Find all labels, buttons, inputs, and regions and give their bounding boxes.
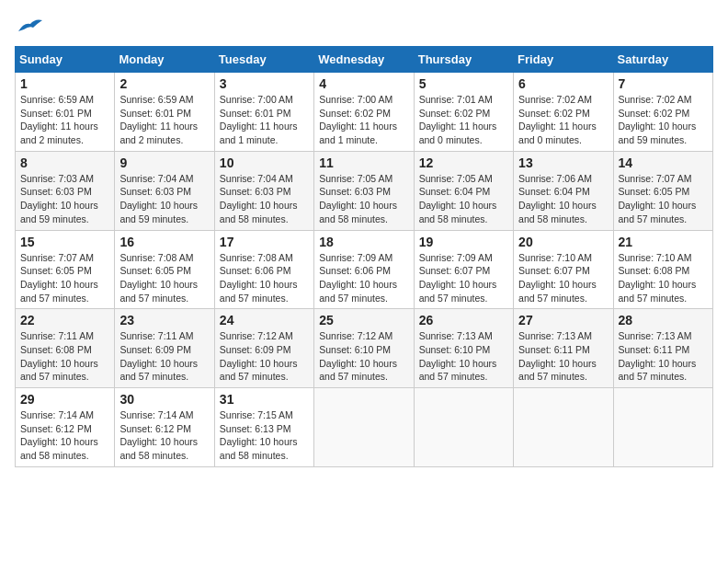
day-number: 25	[319, 313, 408, 327]
calendar-cell: 21 Sunrise: 7:10 AMSunset: 6:08 PMDaylig…	[613, 230, 712, 309]
day-number: 19	[419, 235, 508, 249]
day-number: 12	[419, 155, 508, 170]
day-info: Sunrise: 7:12 AMSunset: 6:09 PMDaylight:…	[220, 330, 298, 382]
day-info: Sunrise: 7:08 AMSunset: 6:05 PMDaylight:…	[119, 252, 198, 304]
calendar-cell: 19 Sunrise: 7:09 AMSunset: 6:07 PMDaylig…	[414, 230, 513, 309]
logo-bird-icon	[17, 15, 44, 37]
day-info: Sunrise: 7:07 AMSunset: 6:05 PMDaylight:…	[619, 173, 697, 224]
day-number: 21	[619, 235, 708, 249]
calendar-cell: 9 Sunrise: 7:04 AMSunset: 6:03 PMDayligh…	[115, 151, 214, 230]
calendar-cell: 31 Sunrise: 7:15 AMSunset: 6:13 PMDaylig…	[214, 388, 313, 467]
day-info: Sunrise: 7:04 AMSunset: 6:03 PMDaylight:…	[220, 173, 298, 224]
col-monday: Monday	[115, 47, 214, 73]
day-number: 2	[119, 76, 209, 91]
day-info: Sunrise: 7:00 AMSunset: 6:02 PMDaylight:…	[319, 94, 397, 145]
calendar-cell: 17 Sunrise: 7:08 AMSunset: 6:06 PMDaylig…	[214, 230, 313, 309]
day-info: Sunrise: 7:08 AMSunset: 6:06 PMDaylight:…	[220, 252, 298, 304]
col-wednesday: Wednesday	[314, 47, 414, 73]
day-number: 26	[419, 313, 508, 327]
logo	[15, 15, 44, 37]
day-info: Sunrise: 7:13 AMSunset: 6:10 PMDaylight:…	[419, 330, 497, 382]
calendar-cell: 12 Sunrise: 7:05 AMSunset: 6:04 PMDaylig…	[414, 151, 513, 230]
day-number: 1	[20, 76, 109, 91]
day-number: 20	[518, 235, 608, 249]
calendar-cell: 26 Sunrise: 7:13 AMSunset: 6:10 PMDaylig…	[414, 309, 513, 388]
calendar-week-row: 15 Sunrise: 7:07 AMSunset: 6:05 PMDaylig…	[16, 230, 713, 309]
day-info: Sunrise: 7:06 AMSunset: 6:04 PMDaylight:…	[518, 173, 597, 224]
day-info: Sunrise: 6:59 AMSunset: 6:01 PMDaylight:…	[119, 94, 198, 145]
col-friday: Friday	[514, 47, 613, 73]
day-number: 16	[119, 235, 209, 249]
calendar-cell: 16 Sunrise: 7:08 AMSunset: 6:05 PMDaylig…	[115, 230, 214, 309]
day-info: Sunrise: 7:14 AMSunset: 6:12 PMDaylight:…	[119, 409, 198, 461]
day-number: 22	[20, 313, 109, 327]
day-info: Sunrise: 7:10 AMSunset: 6:08 PMDaylight:…	[619, 252, 697, 304]
day-number: 4	[319, 76, 408, 91]
calendar-cell: 25 Sunrise: 7:12 AMSunset: 6:10 PMDaylig…	[314, 309, 414, 388]
day-number: 5	[419, 76, 508, 91]
day-info: Sunrise: 6:59 AMSunset: 6:01 PMDaylight:…	[20, 94, 98, 145]
day-info: Sunrise: 7:11 AMSunset: 6:08 PMDaylight:…	[20, 330, 98, 382]
day-info: Sunrise: 7:15 AMSunset: 6:13 PMDaylight:…	[220, 409, 298, 461]
calendar-cell: 28 Sunrise: 7:13 AMSunset: 6:11 PMDaylig…	[613, 309, 712, 388]
day-number: 23	[119, 313, 209, 327]
day-number: 3	[220, 76, 309, 91]
day-number: 28	[619, 313, 708, 327]
calendar-cell: 22 Sunrise: 7:11 AMSunset: 6:08 PMDaylig…	[16, 309, 115, 388]
day-info: Sunrise: 7:07 AMSunset: 6:05 PMDaylight:…	[20, 252, 98, 304]
calendar-cell: 29 Sunrise: 7:14 AMSunset: 6:12 PMDaylig…	[16, 388, 115, 467]
day-info: Sunrise: 7:05 AMSunset: 6:03 PMDaylight:…	[319, 173, 397, 224]
day-number: 31	[220, 392, 309, 407]
day-number: 13	[518, 155, 608, 170]
day-number: 18	[319, 235, 408, 249]
day-info: Sunrise: 7:12 AMSunset: 6:10 PMDaylight:…	[319, 330, 397, 382]
calendar-week-row: 8 Sunrise: 7:03 AMSunset: 6:03 PMDayligh…	[16, 151, 713, 230]
calendar-cell: 1 Sunrise: 6:59 AMSunset: 6:01 PMDayligh…	[16, 73, 115, 152]
day-info: Sunrise: 7:05 AMSunset: 6:04 PMDaylight:…	[419, 173, 497, 224]
day-number: 6	[518, 76, 608, 91]
day-info: Sunrise: 7:01 AMSunset: 6:02 PMDaylight:…	[419, 94, 497, 145]
day-number: 9	[119, 155, 209, 170]
calendar-cell: 15 Sunrise: 7:07 AMSunset: 6:05 PMDaylig…	[16, 230, 115, 309]
calendar-cell: 6 Sunrise: 7:02 AMSunset: 6:02 PMDayligh…	[514, 73, 613, 152]
calendar-table: Sunday Monday Tuesday Wednesday Thursday…	[15, 46, 713, 467]
calendar-cell: 7 Sunrise: 7:02 AMSunset: 6:02 PMDayligh…	[613, 73, 712, 152]
calendar-cell: 27 Sunrise: 7:13 AMSunset: 6:11 PMDaylig…	[514, 309, 613, 388]
day-info: Sunrise: 7:11 AMSunset: 6:09 PMDaylight:…	[119, 330, 198, 382]
calendar-cell: 30 Sunrise: 7:14 AMSunset: 6:12 PMDaylig…	[115, 388, 214, 467]
day-number: 14	[619, 155, 708, 170]
day-info: Sunrise: 7:09 AMSunset: 6:06 PMDaylight:…	[319, 252, 397, 304]
calendar-cell: 3 Sunrise: 7:00 AMSunset: 6:01 PMDayligh…	[214, 73, 313, 152]
calendar-cell	[514, 388, 613, 467]
calendar-cell: 13 Sunrise: 7:06 AMSunset: 6:04 PMDaylig…	[514, 151, 613, 230]
calendar-cell: 4 Sunrise: 7:00 AMSunset: 6:02 PMDayligh…	[314, 73, 414, 152]
calendar-cell	[613, 388, 712, 467]
calendar-cell: 8 Sunrise: 7:03 AMSunset: 6:03 PMDayligh…	[16, 151, 115, 230]
calendar-cell: 5 Sunrise: 7:01 AMSunset: 6:02 PMDayligh…	[414, 73, 513, 152]
day-info: Sunrise: 7:14 AMSunset: 6:12 PMDaylight:…	[20, 409, 98, 461]
day-info: Sunrise: 7:13 AMSunset: 6:11 PMDaylight:…	[518, 330, 597, 382]
page-header	[15, 15, 713, 37]
col-tuesday: Tuesday	[214, 47, 313, 73]
calendar-cell: 10 Sunrise: 7:04 AMSunset: 6:03 PMDaylig…	[214, 151, 313, 230]
day-number: 30	[119, 392, 209, 407]
day-number: 8	[20, 155, 109, 170]
day-info: Sunrise: 7:09 AMSunset: 6:07 PMDaylight:…	[419, 252, 497, 304]
col-sunday: Sunday	[16, 47, 115, 73]
day-number: 29	[20, 392, 109, 407]
day-info: Sunrise: 7:13 AMSunset: 6:11 PMDaylight:…	[619, 330, 697, 382]
day-info: Sunrise: 7:02 AMSunset: 6:02 PMDaylight:…	[518, 94, 597, 145]
calendar-cell: 14 Sunrise: 7:07 AMSunset: 6:05 PMDaylig…	[613, 151, 712, 230]
col-thursday: Thursday	[414, 47, 513, 73]
day-number: 24	[220, 313, 309, 327]
day-info: Sunrise: 7:03 AMSunset: 6:03 PMDaylight:…	[20, 173, 98, 224]
day-info: Sunrise: 7:04 AMSunset: 6:03 PMDaylight:…	[119, 173, 198, 224]
col-saturday: Saturday	[613, 47, 712, 73]
day-number: 27	[518, 313, 608, 327]
calendar-week-row: 29 Sunrise: 7:14 AMSunset: 6:12 PMDaylig…	[16, 388, 713, 467]
calendar-cell: 23 Sunrise: 7:11 AMSunset: 6:09 PMDaylig…	[115, 309, 214, 388]
calendar-header-row: Sunday Monday Tuesday Wednesday Thursday…	[16, 47, 713, 73]
day-info: Sunrise: 7:10 AMSunset: 6:07 PMDaylight:…	[518, 252, 597, 304]
calendar-cell	[414, 388, 513, 467]
calendar-week-row: 22 Sunrise: 7:11 AMSunset: 6:08 PMDaylig…	[16, 309, 713, 388]
